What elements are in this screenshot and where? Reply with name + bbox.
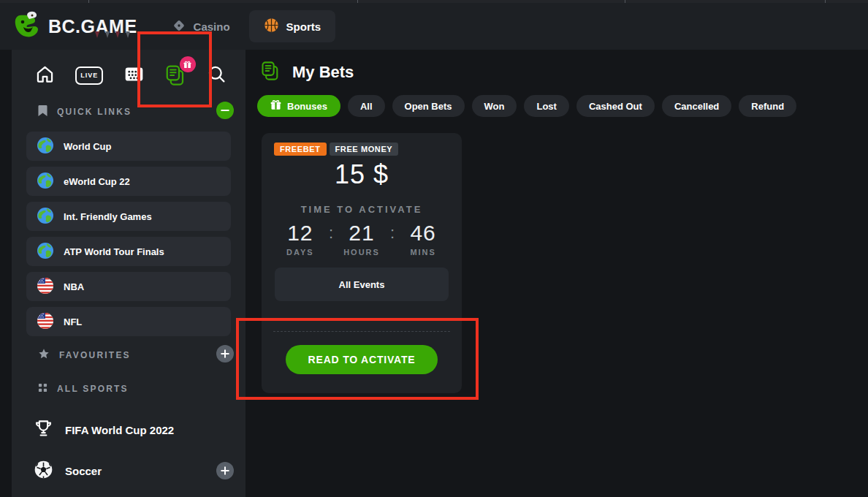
filter-label: Open Bets	[405, 101, 452, 112]
colon-separator: :	[329, 221, 333, 243]
brand-logo[interactable]: BC.GAME	[13, 10, 137, 42]
nav-sports-label: Sports	[286, 20, 321, 33]
quick-links-list: World Cup eWorld Cup 22 Int. Friendly Ga…	[26, 132, 231, 336]
all-events-button[interactable]: All Events	[275, 268, 449, 301]
days-label: DAYS	[276, 248, 324, 257]
filter-tab-won[interactable]: Won	[472, 95, 517, 117]
filter-label: Refund	[751, 101, 784, 112]
bonus-badges: FREEBET FREE MONEY	[274, 143, 398, 156]
star-icon	[38, 348, 50, 362]
all-sports-header: ALL SPORTS	[38, 383, 129, 395]
mins-label: MINS	[399, 248, 447, 257]
sidebar: LIVE	[12, 50, 245, 497]
add-favourite-button[interactable]	[216, 345, 234, 363]
nav-casino-label: Casino	[194, 20, 230, 33]
quick-links-title: QUICK LINKS	[57, 107, 132, 117]
filter-tab-all[interactable]: All	[348, 95, 385, 117]
sidebar-item-nfl[interactable]: NFL	[26, 307, 231, 336]
sidebar-item-atp-world-tour-finals[interactable]: ATP World Tour Finals	[26, 237, 231, 266]
live-events-icon[interactable]: LIVE	[75, 67, 103, 85]
activation-countdown: 12 DAYS : 21 HOURS : 46 MINS	[262, 221, 462, 257]
trophy-icon	[34, 419, 53, 441]
filter-tab-cancelled[interactable]: Cancelled	[662, 95, 731, 117]
add-soccer-button[interactable]	[216, 462, 234, 479]
filter-label: Bonuses	[287, 101, 327, 112]
filter-label: Cashed Out	[589, 101, 642, 112]
basketball-icon	[264, 18, 279, 35]
colon-separator: :	[390, 221, 395, 243]
sidebar-item-label: NFL	[64, 316, 82, 327]
freebet-badge: FREEBET	[274, 143, 327, 156]
filter-label: Lost	[536, 101, 556, 112]
sidebar-item-label: eWorld Cup 22	[64, 176, 130, 187]
sidebar-item-label: World Cup	[64, 141, 111, 152]
sidebar-item-label: Int. Friendly Games	[64, 211, 152, 222]
sidebar-item-label: Soccer	[65, 465, 102, 477]
filter-tab-cashed-out[interactable]: Cashed Out	[576, 95, 655, 117]
free-money-badge: FREE MONEY	[330, 143, 399, 156]
home-icon[interactable]	[35, 64, 55, 87]
sidebar-item-label: FIFA World Cup 2022	[65, 424, 174, 436]
bonus-amount: 15 $	[262, 159, 462, 190]
bcgame-beast-icon	[13, 10, 42, 42]
timer-title: TIME TO ACTIVATE	[262, 204, 462, 215]
sidebar-item-int-friendly-games[interactable]: Int. Friendly Games	[26, 202, 231, 231]
globe-icon	[37, 242, 54, 262]
globe-icon	[37, 207, 54, 227]
countdown-hours: 21 HOURS	[338, 221, 386, 257]
gift-icon	[270, 99, 281, 113]
live-label: LIVE	[80, 72, 98, 79]
sidebar-item-soccer[interactable]: Soccer	[34, 459, 102, 482]
page-title-text: My Bets	[292, 63, 354, 82]
filter-tab-lost[interactable]: Lost	[524, 95, 568, 117]
sidebar-item-label: NBA	[64, 281, 84, 292]
countdown-mins: 46 MINS	[399, 221, 447, 257]
app-window: BC.GAME Casino	[0, 0, 868, 497]
sidebar-item-label: ATP World Tour Finals	[64, 246, 164, 257]
filter-label: All	[360, 101, 373, 112]
quick-links-header: QUICK LINKS	[38, 105, 132, 118]
us-flag-icon	[37, 312, 54, 332]
annotation-rect-my-bets-icon	[137, 31, 212, 107]
filter-tab-bonuses[interactable]: Bonuses	[257, 95, 340, 117]
bookmark-icon	[38, 105, 47, 118]
filter-label: Won	[484, 101, 505, 112]
annotation-rect-activate-button	[236, 318, 479, 400]
filter-label: Cancelled	[674, 101, 719, 112]
all-events-label: All Events	[339, 279, 385, 290]
all-sports-title: ALL SPORTS	[57, 384, 129, 394]
pennants-decoration	[94, 23, 136, 44]
brand-name: BC.GAME	[48, 16, 137, 37]
bet-filter-tabs: Bonuses All Open Bets Won Lost Cashed Ou…	[257, 95, 796, 117]
sidebar-item-fifa-world-cup-2022[interactable]: FIFA World Cup 2022	[34, 418, 174, 441]
top-navbar: BC.GAME Casino	[0, 3, 868, 50]
favourites-title: FAVOURITES	[59, 350, 131, 360]
globe-icon	[37, 172, 54, 191]
us-flag-icon	[37, 277, 54, 297]
hours-label: HOURS	[338, 248, 386, 257]
sidebar-item-eworld-cup-22[interactable]: eWorld Cup 22	[26, 167, 231, 196]
nav-tab-sports[interactable]: Sports	[249, 10, 336, 42]
sidebar-item-nba[interactable]: NBA	[26, 272, 231, 301]
page-title: My Bets	[260, 61, 354, 84]
collapse-quick-links-button[interactable]	[216, 102, 234, 119]
filter-tab-open-bets[interactable]: Open Bets	[392, 95, 465, 117]
hours-value: 21	[338, 221, 386, 246]
sidebar-item-world-cup[interactable]: World Cup	[26, 132, 231, 161]
favourites-header: FAVOURITES	[38, 348, 131, 362]
globe-icon	[37, 137, 54, 156]
mins-value: 46	[399, 221, 447, 246]
my-bets-title-icon	[260, 61, 281, 84]
grid-icon	[38, 383, 47, 395]
days-value: 12	[276, 221, 324, 246]
soccer-ball-icon	[34, 460, 53, 482]
countdown-days: 12 DAYS	[276, 221, 324, 257]
filter-tab-refund[interactable]: Refund	[739, 95, 796, 117]
